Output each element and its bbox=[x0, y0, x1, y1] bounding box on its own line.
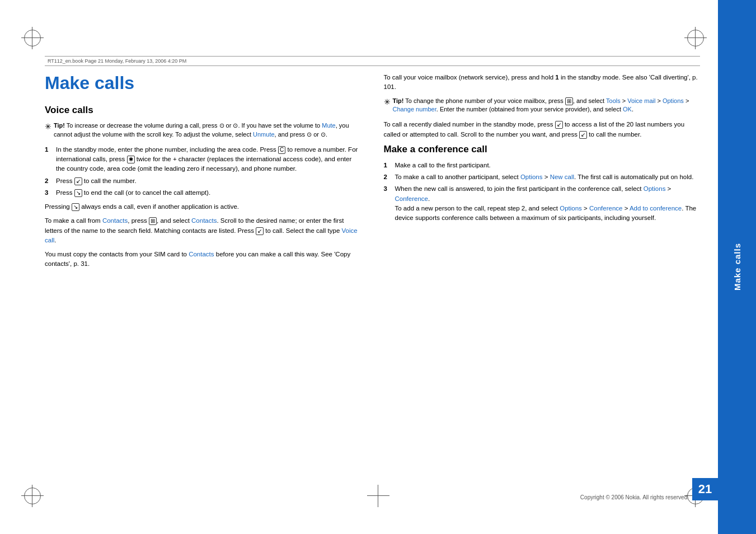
tip-text-1: Tip! To increase or decrease the volume … bbox=[54, 121, 361, 139]
call-key-icon-3: ↙ bbox=[555, 121, 563, 129]
contacts-call-text: To make a call from Contacts, press ⊞, a… bbox=[45, 216, 361, 245]
sim-copy-text: You must copy the contacts from your SIM… bbox=[45, 250, 361, 269]
clear-key-icon: C bbox=[278, 146, 285, 154]
link-contacts-3: Contacts bbox=[189, 251, 214, 257]
link-mute: Mute bbox=[322, 122, 335, 129]
end-key-icon-2: ↘ bbox=[72, 203, 79, 211]
link-options-3: Options bbox=[644, 185, 666, 192]
tip-icon-1: ✳ bbox=[45, 122, 51, 131]
right-column: To call your voice mailbox (network serv… bbox=[384, 73, 701, 484]
tip-icon-2: ✳ bbox=[384, 97, 391, 106]
star-key-icon: ✱ bbox=[127, 156, 135, 163]
link-change-number: Change number bbox=[393, 106, 436, 113]
conf-step-2: 2 To make a call to another participant,… bbox=[384, 172, 701, 182]
step-2: 2 Press ↙ to call the number. bbox=[45, 176, 361, 186]
content-area: Make calls Voice calls ✳ Tip! To increas… bbox=[45, 73, 700, 484]
side-tab-label: Make calls bbox=[732, 243, 742, 291]
link-conference: Conference bbox=[395, 195, 428, 202]
side-tab: Make calls bbox=[718, 0, 756, 534]
menu-key-icon: ⊞ bbox=[149, 217, 157, 225]
conf-step-3: 3 When the new call is answered, to join… bbox=[384, 184, 701, 223]
section-conference-heading: Make a conference call bbox=[384, 144, 701, 155]
call-key-icon-4: ↙ bbox=[579, 131, 587, 139]
always-ends-call-text: Pressing ↘ always ends a call, even if a… bbox=[45, 202, 361, 212]
conference-steps: 1 Make a call to the first participant. … bbox=[384, 161, 701, 223]
tip-label-1: Tip! bbox=[54, 122, 65, 129]
page-number: 21 bbox=[698, 482, 712, 496]
link-tools: Tools bbox=[606, 97, 621, 104]
conf-step-1: 1 Make a call to the first participant. bbox=[384, 161, 701, 170]
tip-box-1: ✳ Tip! To increase or decrease the volum… bbox=[45, 121, 361, 139]
link-conference-2: Conference bbox=[589, 205, 622, 212]
header-text: RT112_en.book Page 21 Monday, February 1… bbox=[48, 58, 186, 64]
voice-calls-steps: 1 In the standby mode, enter the phone n… bbox=[45, 145, 361, 198]
page: Make calls 21 RT112_en.book Page 21 Mond… bbox=[0, 0, 756, 534]
copyright-text: Copyright © 2006 Nokia. All rights reser… bbox=[580, 494, 689, 500]
step-1: 1 In the standby mode, enter the phone n… bbox=[45, 145, 361, 174]
link-voice-call: Voice call bbox=[45, 227, 358, 243]
link-new-call: New call bbox=[550, 174, 574, 180]
voicemail-text: To call your voice mailbox (network serv… bbox=[384, 73, 701, 92]
call-key-icon: ↙ bbox=[74, 177, 82, 185]
tip-text-2: Tip! To change the phone number of your … bbox=[393, 97, 701, 115]
end-key-icon: ↘ bbox=[74, 189, 82, 197]
link-add-to-conference: Add to conference bbox=[630, 205, 682, 212]
header-bar: RT112_en.book Page 21 Monday, February 1… bbox=[45, 56, 700, 66]
link-voicemail: Voice mail bbox=[627, 97, 655, 104]
tip-label-2: Tip! bbox=[393, 97, 404, 104]
link-ok: OK bbox=[623, 106, 632, 113]
link-options-1: Options bbox=[663, 97, 684, 104]
tip-box-2: ✳ Tip! To change the phone number of you… bbox=[384, 97, 701, 115]
link-options-2: Options bbox=[520, 174, 543, 180]
link-contacts-2: Contacts bbox=[191, 217, 217, 224]
section-voice-calls-heading: Voice calls bbox=[45, 105, 361, 116]
left-column: Make calls Voice calls ✳ Tip! To increas… bbox=[45, 73, 361, 484]
page-title: Make calls bbox=[45, 73, 361, 93]
link-contacts-1: Contacts bbox=[102, 217, 128, 224]
call-key-icon-2: ↙ bbox=[256, 227, 264, 235]
recently-dialed-text: To call a recently dialed number in the … bbox=[384, 120, 701, 139]
menu-key-icon-2: ⊞ bbox=[565, 97, 573, 105]
link-options-4: Options bbox=[560, 205, 582, 212]
link-unmute: Unmute bbox=[253, 131, 275, 138]
step-3: 3 Press ↘ to end the call (or to cancel … bbox=[45, 188, 361, 198]
